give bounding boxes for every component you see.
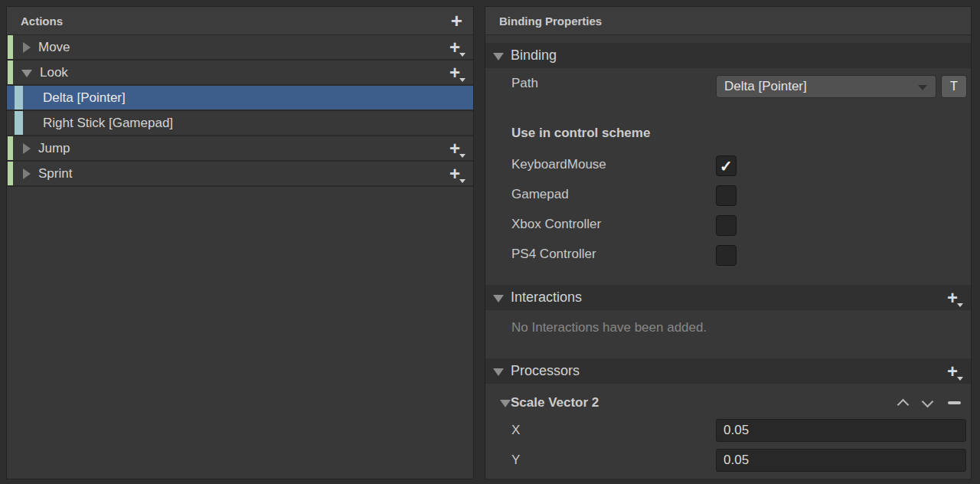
add-binding-button[interactable]: +	[446, 139, 464, 158]
binding-label: Right Stick [Gamepad]	[43, 116, 173, 131]
binding-label: Delta [Pointer]	[43, 90, 126, 106]
scale-vector2-title: Scale Vector 2	[511, 395, 599, 410]
scheme-label: PS4 Controller	[511, 247, 596, 262]
add-processor-button[interactable]: +	[943, 362, 962, 381]
path-text-toggle-button[interactable]: T	[941, 75, 967, 98]
check-icon: ✓	[720, 159, 733, 174]
path-dropdown[interactable]: Delta [Pointer]	[716, 75, 936, 98]
checkbox-xbox-controller[interactable]	[716, 215, 737, 236]
plus-icon: +	[449, 64, 460, 82]
interactions-empty-message: No Interactions have been added.	[511, 320, 707, 335]
foldout-collapsed-icon[interactable]	[23, 143, 31, 154]
caret-down-icon	[459, 179, 466, 183]
caret-down-icon	[459, 78, 466, 82]
binding-properties-panel: Binding Properties Binding Path Delta [P…	[485, 6, 972, 479]
scheme-row-xbox-controller: Xbox Controller	[485, 215, 971, 236]
binding-properties-title: Binding Properties	[499, 15, 602, 28]
dropdown-caret-icon	[918, 85, 927, 90]
input-actions-editor: Actions + Move + Look +	[0, 0, 980, 484]
section-divider	[485, 479, 971, 480]
binding-section-header[interactable]: Binding	[485, 43, 971, 68]
foldout-expanded-icon[interactable]	[500, 400, 511, 407]
foldout-expanded-icon[interactable]	[493, 368, 504, 376]
y-field-input[interactable]: 0.05	[716, 449, 966, 472]
caret-down-icon	[957, 303, 963, 307]
binding-color-bar	[15, 111, 23, 135]
scheme-label: Gamepad	[511, 187, 569, 202]
add-binding-button[interactable]: +	[446, 38, 464, 57]
action-color-bar	[8, 35, 13, 59]
plus-icon: +	[449, 38, 460, 57]
plus-icon: +	[449, 139, 460, 158]
y-field-value: 0.05	[724, 453, 749, 468]
x-field-input[interactable]: 0.05	[716, 419, 966, 442]
action-color-bar	[8, 162, 13, 185]
t-button-label: T	[950, 80, 958, 93]
action-row-jump[interactable]: Jump +	[7, 136, 473, 162]
binding-properties-header: Binding Properties	[485, 7, 971, 35]
move-up-icon[interactable]	[897, 398, 910, 410]
foldout-expanded-icon[interactable]	[493, 53, 504, 60]
interactions-section-header[interactable]: Interactions +	[485, 285, 971, 310]
plus-icon: +	[947, 289, 958, 307]
foldout-collapsed-icon[interactable]	[23, 42, 31, 53]
actions-list: Move + Look + Delta [Pointer]	[7, 35, 473, 187]
scheme-label: Xbox Controller	[511, 217, 601, 232]
move-down-icon[interactable]	[922, 396, 934, 408]
action-color-bar	[8, 136, 13, 160]
processors-section-title: Processors	[511, 363, 580, 379]
caret-down-icon	[459, 53, 466, 57]
foldout-expanded-icon[interactable]	[21, 70, 32, 77]
scheme-row-gamepad: Gamepad	[485, 185, 971, 206]
remove-processor-icon[interactable]	[948, 401, 961, 404]
actions-panel-header: Actions +	[7, 7, 473, 35]
add-binding-button[interactable]: +	[446, 165, 464, 183]
add-action-button[interactable]: +	[451, 11, 462, 31]
control-scheme-heading: Use in control scheme	[511, 126, 650, 141]
caret-down-icon	[957, 377, 963, 381]
x-field-label: X	[511, 423, 520, 438]
action-label: Look	[40, 65, 68, 80]
scheme-row-ps4-controller: PS4 Controller	[485, 245, 971, 266]
y-field-label: Y	[511, 453, 520, 468]
checkbox-gamepad[interactable]	[716, 185, 737, 206]
binding-row-delta-pointer[interactable]: Delta [Pointer]	[7, 86, 473, 111]
binding-row-right-stick[interactable]: Right Stick [Gamepad]	[7, 111, 473, 136]
scheme-label: KeyboardMouse	[511, 157, 606, 172]
checkbox-keyboardmouse[interactable]: ✓	[716, 155, 737, 176]
action-row-sprint[interactable]: Sprint +	[7, 162, 473, 187]
actions-panel: Actions + Move + Look +	[6, 6, 474, 479]
action-row-look[interactable]: Look +	[7, 60, 473, 86]
processors-section-header[interactable]: Processors +	[485, 358, 971, 384]
action-label: Move	[38, 40, 70, 55]
foldout-expanded-icon[interactable]	[493, 295, 504, 302]
action-color-bar	[8, 60, 13, 84]
checkbox-ps4-controller[interactable]	[716, 245, 737, 266]
plus-icon: +	[947, 362, 958, 381]
plus-icon: +	[449, 165, 460, 183]
path-label: Path	[511, 76, 538, 91]
scheme-row-keyboardmouse: KeyboardMouse ✓	[485, 155, 971, 176]
action-label: Sprint	[38, 166, 72, 182]
action-row-move[interactable]: Move +	[7, 35, 473, 60]
action-label: Jump	[38, 141, 70, 156]
x-field-value: 0.05	[724, 423, 749, 438]
interactions-section-title: Interactions	[511, 289, 582, 306]
processor-controls	[899, 397, 961, 409]
path-dropdown-value: Delta [Pointer]	[724, 79, 807, 94]
caret-down-icon	[459, 154, 466, 158]
add-binding-button[interactable]: +	[446, 64, 464, 82]
binding-color-bar	[15, 86, 23, 110]
scale-vector2-header[interactable]: Scale Vector 2	[485, 390, 971, 415]
add-interaction-button[interactable]: +	[943, 289, 962, 307]
binding-section-title: Binding	[511, 47, 557, 64]
actions-panel-title: Actions	[21, 15, 63, 28]
foldout-collapsed-icon[interactable]	[23, 168, 31, 179]
binding-properties-body: Binding Path Delta [Pointer] T Use in co…	[485, 35, 971, 484]
